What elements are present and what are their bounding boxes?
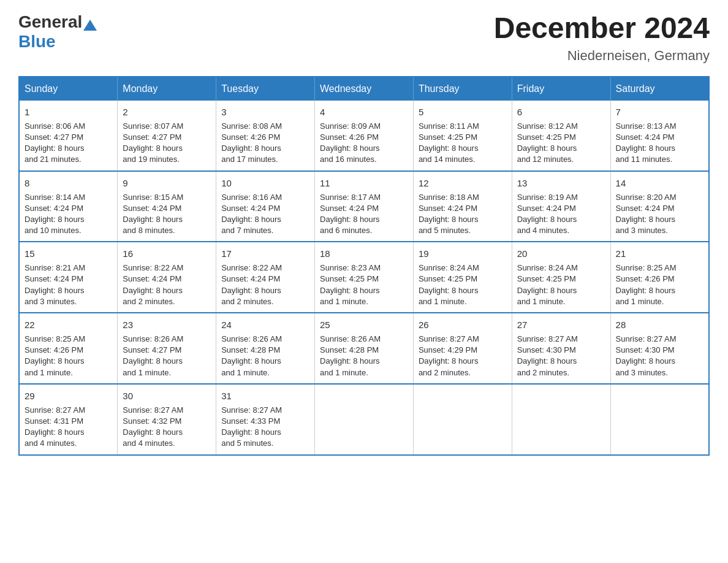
day-info: Sunrise: 8:27 AM Sunset: 4:29 PM Dayligh… <box>419 334 507 378</box>
day-info: Sunrise: 8:25 AM Sunset: 4:26 PM Dayligh… <box>25 334 112 378</box>
day-info: Sunrise: 8:15 AM Sunset: 4:24 PM Dayligh… <box>123 192 211 237</box>
day-cell: 18Sunrise: 8:23 AM Sunset: 4:25 PM Dayli… <box>315 242 414 313</box>
day-cell <box>413 384 512 455</box>
calendar-table: SundayMondayTuesdayWednesdayThursdayFrid… <box>18 76 710 456</box>
day-info: Sunrise: 8:26 AM Sunset: 4:27 PM Dayligh… <box>123 334 211 378</box>
week-row-5: 29Sunrise: 8:27 AM Sunset: 4:31 PM Dayli… <box>19 384 709 455</box>
day-cell: 26Sunrise: 8:27 AM Sunset: 4:29 PM Dayli… <box>413 313 512 384</box>
day-number: 17 <box>221 247 309 260</box>
day-info: Sunrise: 8:27 AM Sunset: 4:30 PM Dayligh… <box>616 334 703 378</box>
day-info: Sunrise: 8:17 AM Sunset: 4:24 PM Dayligh… <box>320 192 408 237</box>
day-number: 11 <box>320 177 408 190</box>
day-number: 5 <box>419 105 507 118</box>
day-cell: 27Sunrise: 8:27 AM Sunset: 4:30 PM Dayli… <box>512 313 610 384</box>
day-number: 18 <box>320 247 408 260</box>
day-number: 9 <box>123 177 211 190</box>
day-number: 22 <box>25 318 112 331</box>
day-number: 26 <box>419 318 507 331</box>
day-cell: 15Sunrise: 8:21 AM Sunset: 4:24 PM Dayli… <box>19 242 118 313</box>
day-info: Sunrise: 8:19 AM Sunset: 4:24 PM Dayligh… <box>517 192 605 237</box>
day-number: 6 <box>517 105 605 118</box>
month-title: December 2024 <box>494 12 710 45</box>
day-cell: 12Sunrise: 8:18 AM Sunset: 4:24 PM Dayli… <box>413 171 512 242</box>
day-cell: 23Sunrise: 8:26 AM Sunset: 4:27 PM Dayli… <box>118 313 216 384</box>
header-cell-wednesday: Wednesday <box>315 77 414 101</box>
week-row-2: 8Sunrise: 8:14 AM Sunset: 4:24 PM Daylig… <box>19 171 709 242</box>
day-cell: 28Sunrise: 8:27 AM Sunset: 4:30 PM Dayli… <box>610 313 709 384</box>
title-area: December 2024 Niederneisen, Germany <box>494 12 710 64</box>
day-number: 15 <box>25 247 112 260</box>
day-cell: 24Sunrise: 8:26 AM Sunset: 4:28 PM Dayli… <box>216 313 315 384</box>
week-row-4: 22Sunrise: 8:25 AM Sunset: 4:26 PM Dayli… <box>19 313 709 384</box>
header-cell-tuesday: Tuesday <box>216 77 315 101</box>
day-cell: 16Sunrise: 8:22 AM Sunset: 4:24 PM Dayli… <box>118 242 216 313</box>
day-info: Sunrise: 8:22 AM Sunset: 4:24 PM Dayligh… <box>221 262 309 307</box>
day-cell: 19Sunrise: 8:24 AM Sunset: 4:25 PM Dayli… <box>413 242 512 313</box>
day-info: Sunrise: 8:26 AM Sunset: 4:28 PM Dayligh… <box>221 334 309 378</box>
header-cell-monday: Monday <box>118 77 216 101</box>
day-info: Sunrise: 8:16 AM Sunset: 4:24 PM Dayligh… <box>221 192 309 237</box>
day-cell: 8Sunrise: 8:14 AM Sunset: 4:24 PM Daylig… <box>19 171 118 242</box>
day-cell: 22Sunrise: 8:25 AM Sunset: 4:26 PM Dayli… <box>19 313 118 384</box>
day-info: Sunrise: 8:27 AM Sunset: 4:33 PM Dayligh… <box>221 405 309 450</box>
day-info: Sunrise: 8:27 AM Sunset: 4:31 PM Dayligh… <box>25 405 112 450</box>
day-cell: 17Sunrise: 8:22 AM Sunset: 4:24 PM Dayli… <box>216 242 315 313</box>
day-number: 20 <box>517 247 605 260</box>
day-number: 31 <box>221 389 309 402</box>
day-cell: 7Sunrise: 8:13 AM Sunset: 4:24 PM Daylig… <box>610 101 709 171</box>
day-number: 13 <box>517 177 605 190</box>
page-header: General Blue December 2024 Niederneisen,… <box>18 12 710 64</box>
day-number: 23 <box>123 318 211 331</box>
day-number: 12 <box>419 177 507 190</box>
day-info: Sunrise: 8:24 AM Sunset: 4:25 PM Dayligh… <box>419 262 507 307</box>
day-cell: 4Sunrise: 8:09 AM Sunset: 4:26 PM Daylig… <box>315 101 414 171</box>
day-info: Sunrise: 8:07 AM Sunset: 4:27 PM Dayligh… <box>123 121 211 166</box>
week-row-1: 1Sunrise: 8:06 AM Sunset: 4:27 PM Daylig… <box>19 101 709 171</box>
header-cell-saturday: Saturday <box>610 77 709 101</box>
day-number: 1 <box>25 105 112 118</box>
day-info: Sunrise: 8:24 AM Sunset: 4:25 PM Dayligh… <box>517 262 605 307</box>
header-cell-thursday: Thursday <box>413 77 512 101</box>
day-number: 25 <box>320 318 408 331</box>
day-number: 2 <box>123 105 211 118</box>
day-cell: 3Sunrise: 8:08 AM Sunset: 4:26 PM Daylig… <box>216 101 315 171</box>
logo-general-text: General <box>18 12 82 32</box>
week-row-3: 15Sunrise: 8:21 AM Sunset: 4:24 PM Dayli… <box>19 242 709 313</box>
day-info: Sunrise: 8:14 AM Sunset: 4:24 PM Dayligh… <box>25 192 112 237</box>
day-cell <box>610 384 709 455</box>
day-number: 28 <box>616 318 703 331</box>
day-info: Sunrise: 8:11 AM Sunset: 4:25 PM Dayligh… <box>419 121 507 166</box>
day-cell: 21Sunrise: 8:25 AM Sunset: 4:26 PM Dayli… <box>610 242 709 313</box>
day-number: 21 <box>616 247 703 260</box>
day-cell: 10Sunrise: 8:16 AM Sunset: 4:24 PM Dayli… <box>216 171 315 242</box>
day-cell: 6Sunrise: 8:12 AM Sunset: 4:25 PM Daylig… <box>512 101 610 171</box>
day-cell: 14Sunrise: 8:20 AM Sunset: 4:24 PM Dayli… <box>610 171 709 242</box>
day-info: Sunrise: 8:25 AM Sunset: 4:26 PM Dayligh… <box>616 262 703 307</box>
day-number: 24 <box>221 318 309 331</box>
day-number: 16 <box>123 247 211 260</box>
day-info: Sunrise: 8:08 AM Sunset: 4:26 PM Dayligh… <box>221 121 309 166</box>
day-number: 14 <box>616 177 703 190</box>
day-cell <box>315 384 414 455</box>
calendar-body: 1Sunrise: 8:06 AM Sunset: 4:27 PM Daylig… <box>19 101 709 455</box>
header-row: SundayMondayTuesdayWednesdayThursdayFrid… <box>19 77 709 101</box>
day-cell: 1Sunrise: 8:06 AM Sunset: 4:27 PM Daylig… <box>19 101 118 171</box>
day-info: Sunrise: 8:26 AM Sunset: 4:28 PM Dayligh… <box>320 334 408 378</box>
day-cell: 25Sunrise: 8:26 AM Sunset: 4:28 PM Dayli… <box>315 313 414 384</box>
day-cell: 29Sunrise: 8:27 AM Sunset: 4:31 PM Dayli… <box>19 384 118 455</box>
day-number: 4 <box>320 105 408 118</box>
day-cell: 30Sunrise: 8:27 AM Sunset: 4:32 PM Dayli… <box>118 384 216 455</box>
day-info: Sunrise: 8:23 AM Sunset: 4:25 PM Dayligh… <box>320 262 408 307</box>
logo: General Blue <box>18 12 97 52</box>
day-info: Sunrise: 8:13 AM Sunset: 4:24 PM Dayligh… <box>616 121 703 166</box>
day-info: Sunrise: 8:22 AM Sunset: 4:24 PM Dayligh… <box>123 262 211 307</box>
logo-blue-text: Blue <box>18 32 56 51</box>
day-info: Sunrise: 8:18 AM Sunset: 4:24 PM Dayligh… <box>419 192 507 237</box>
day-number: 27 <box>517 318 605 331</box>
header-cell-sunday: Sunday <box>19 77 118 101</box>
location: Niederneisen, Germany <box>494 48 710 64</box>
day-cell: 2Sunrise: 8:07 AM Sunset: 4:27 PM Daylig… <box>118 101 216 171</box>
day-cell <box>512 384 610 455</box>
day-info: Sunrise: 8:21 AM Sunset: 4:24 PM Dayligh… <box>25 262 112 307</box>
day-number: 30 <box>123 389 211 402</box>
